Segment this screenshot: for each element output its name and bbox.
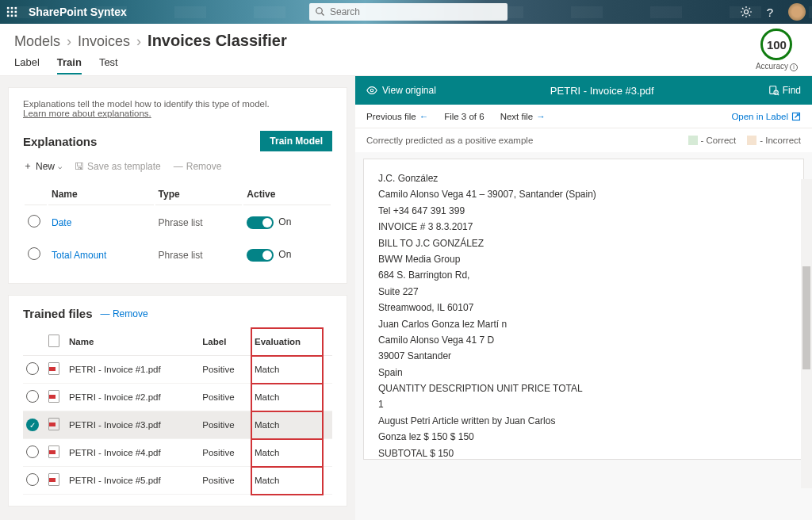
doc-line: BWW Media Group — [378, 251, 789, 267]
file-evaluation: Match — [251, 356, 323, 384]
doc-line: Camilo Alonso Vega 41 – 39007, Santander… — [378, 186, 789, 202]
table-row[interactable]: PETRI - Invoice #5.pdf Positive Match — [23, 467, 332, 495]
svg-rect-5 — [15, 11, 17, 13]
scrollbar-thumb[interactable] — [802, 266, 810, 369]
doc-line: 1 — [378, 396, 789, 412]
viewer-doc-title: PETRI - Invoice #3.pdf — [436, 85, 768, 97]
accuracy-value: 100 — [760, 29, 792, 60]
legend: - Correct - Incorrect — [688, 136, 802, 145]
next-file-button[interactable]: Next file → — [500, 112, 546, 121]
learn-more-link[interactable]: Learn more about explanations. — [23, 109, 151, 118]
remove-button[interactable]: —Remove — [174, 161, 222, 172]
doc-line: Gonza lez $ 150 $ 150 — [378, 429, 789, 445]
file-evaluation: Match — [251, 411, 323, 439]
row-radio[interactable] — [26, 390, 39, 403]
prev-file-button[interactable]: Previous file ← — [366, 112, 428, 121]
left-pane: Explanations tell the model how to ident… — [0, 76, 355, 520]
doc-line: Spain — [378, 365, 789, 380]
checkmark-icon[interactable]: ✓ — [26, 419, 39, 431]
table-row[interactable]: PETRI - Invoice #1.pdf Positive Match — [23, 356, 332, 384]
svg-rect-4 — [11, 11, 13, 13]
row-radio[interactable] — [26, 445, 39, 458]
gear-icon — [740, 6, 753, 18]
row-radio[interactable] — [26, 473, 39, 486]
explanation-name[interactable]: Date — [52, 217, 71, 228]
table-row[interactable]: PETRI - Invoice #2.pdf Positive Match — [23, 384, 332, 411]
col-label: Label — [199, 328, 251, 356]
tab-label[interactable]: Label — [14, 56, 40, 75]
doc-line: Suite 227 — [378, 284, 789, 300]
explanations-title: Explanations — [23, 135, 97, 148]
svg-rect-6 — [7, 15, 10, 17]
breadcrumb-item[interactable]: Invoices — [78, 33, 130, 50]
explanations-toolbar: ＋New⌵ 🖫Save as template —Remove — [23, 159, 332, 173]
pdf-icon — [48, 362, 59, 375]
explanation-type: Phrase list — [155, 207, 243, 238]
svg-line-15 — [777, 94, 779, 95]
view-original-button[interactable]: View original — [366, 85, 436, 96]
explanation-type: Phrase list — [155, 239, 243, 270]
svg-rect-2 — [15, 7, 17, 10]
app-launcher-button[interactable] — [0, 0, 24, 24]
svg-point-12 — [370, 89, 373, 92]
file-name: PETRI - Invoice #3.pdf — [66, 411, 199, 439]
table-row[interactable]: Total Amount Phrase list On — [25, 239, 331, 270]
row-radio[interactable] — [28, 247, 40, 260]
file-label: Positive — [199, 356, 251, 384]
search-icon — [316, 7, 325, 17]
trained-files-title: Trained files — [23, 307, 93, 320]
legend-correct: - Correct — [688, 136, 737, 145]
doc-line: BILL TO J.C GONZÁLEZ — [378, 235, 789, 251]
table-row[interactable]: Date Phrase list On — [25, 207, 331, 238]
new-button[interactable]: ＋New⌵ — [23, 159, 62, 173]
doc-line: Juan Carlos Gonza lez Martí n — [378, 316, 789, 332]
col-name: Name — [66, 328, 199, 356]
scrollbar[interactable] — [801, 179, 812, 488]
trained-remove-button[interactable]: Remove — [101, 308, 148, 319]
breadcrumb-item[interactable]: Models — [14, 33, 60, 50]
help-button[interactable]: ? — [758, 0, 782, 24]
trained-files-panel: Trained files Remove Name Label Evaluati… — [8, 295, 347, 507]
active-toggle[interactable] — [247, 216, 274, 229]
minus-icon: — — [174, 161, 183, 172]
svg-line-10 — [322, 13, 324, 16]
prediction-status: Correctly predicted as a positive exampl… — [366, 136, 533, 145]
row-radio[interactable] — [28, 215, 40, 228]
user-avatar[interactable] — [788, 3, 806, 21]
file-label: Positive — [199, 467, 251, 495]
legend-incorrect: - Incorrect — [747, 136, 801, 145]
arrow-right-icon: → — [536, 112, 546, 121]
tabs: Label Train Test — [14, 56, 798, 75]
svg-rect-1 — [11, 7, 13, 10]
document-icon — [48, 335, 59, 347]
doc-line: Streamwood, IL 60107 — [378, 300, 789, 315]
explanations-panel: Explanations tell the model how to ident… — [8, 87, 347, 284]
explanation-name[interactable]: Total Amount — [52, 250, 106, 261]
legend-swatch-correct — [688, 136, 698, 145]
doc-line: INVOICE # 3 8.3.2017 — [378, 219, 789, 235]
info-icon[interactable]: i — [790, 63, 798, 71]
file-name: PETRI - Invoice #1.pdf — [66, 356, 199, 384]
legend-swatch-incorrect — [747, 136, 756, 145]
settings-button[interactable] — [734, 0, 758, 24]
col-name: Name — [48, 184, 154, 205]
save-template-button[interactable]: 🖫Save as template — [75, 161, 161, 172]
breadcrumb-current: Invoices Classifier — [147, 32, 287, 50]
svg-rect-0 — [7, 7, 10, 10]
train-model-button[interactable]: Train Model — [260, 131, 332, 151]
table-row[interactable]: ✓ PETRI - Invoice #3.pdf Positive Match — [23, 411, 332, 439]
table-row[interactable]: PETRI - Invoice #4.pdf Positive Match — [23, 439, 332, 467]
active-toggle[interactable] — [247, 249, 274, 262]
file-counter: File 3 of 6 — [444, 112, 485, 121]
tab-test[interactable]: Test — [99, 56, 118, 75]
tab-train[interactable]: Train — [57, 56, 82, 75]
accuracy-label: Accuracy — [756, 62, 788, 71]
search-box[interactable] — [309, 3, 508, 21]
open-in-label-button[interactable]: Open in Label — [731, 112, 801, 121]
document-content[interactable]: J.C. GonzálezCamilo Alonso Vega 41 – 390… — [363, 159, 804, 460]
row-radio[interactable] — [26, 362, 39, 375]
search-input[interactable] — [330, 6, 501, 17]
file-evaluation: Match — [251, 439, 323, 467]
find-button[interactable]: Find — [768, 85, 801, 96]
pdf-icon — [48, 390, 59, 403]
